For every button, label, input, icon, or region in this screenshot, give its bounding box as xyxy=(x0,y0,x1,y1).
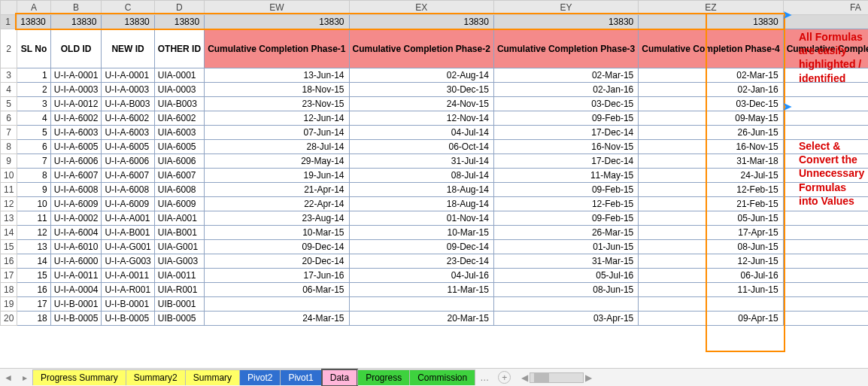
cell-17-A[interactable]: 15 xyxy=(17,269,50,283)
header-old-id[interactable]: OLD ID xyxy=(50,29,102,68)
cell-19-EZ[interactable] xyxy=(639,297,783,312)
cell-11-EX[interactable]: 18-Aug-14 xyxy=(349,183,493,197)
tab-summary2[interactable]: Summary2 xyxy=(126,369,186,385)
cell-16-EX[interactable]: 23-Dec-14 xyxy=(349,254,493,269)
header-p3[interactable]: Cumulative Completion Phase-3 xyxy=(493,29,638,68)
header-sl[interactable]: SL No xyxy=(17,29,50,68)
row-header-4[interactable]: 4 xyxy=(1,83,17,97)
cell-6-EW[interactable]: 12-Jun-14 xyxy=(205,111,349,126)
cell-16-EZ[interactable]: 12-Jun-15 xyxy=(639,254,783,269)
cell-6-B[interactable]: U-I-A-6002 xyxy=(50,111,102,126)
cell-5-FA[interactable]: 07-Dec-15 xyxy=(783,97,868,111)
cell-14-EY[interactable]: 26-Mar-15 xyxy=(493,226,638,240)
cell-3-EW[interactable]: 13-Jun-14 xyxy=(205,68,349,83)
cell-13-C[interactable]: U-I-A-A001 xyxy=(102,211,154,226)
cell-12-EW[interactable]: 22-Apr-14 xyxy=(205,197,349,211)
cell-11-B[interactable]: U-I-A-6008 xyxy=(50,183,102,197)
cell-9-EW[interactable]: 29-May-14 xyxy=(205,154,349,169)
cell-7-C[interactable]: U-I-A-6003 xyxy=(102,126,154,140)
cell-19-D[interactable]: UIB-0001 xyxy=(154,297,204,312)
cell-18-B[interactable]: U-I-A-0004 xyxy=(50,283,102,297)
cell-8-D[interactable]: UIA-6005 xyxy=(154,140,204,154)
cell-9-EY[interactable]: 17-Dec-14 xyxy=(493,154,638,169)
add-sheet-button[interactable]: + xyxy=(498,371,511,384)
cell-1-A[interactable]: 13830 xyxy=(17,15,50,29)
cell-6-C[interactable]: U-I-A-6002 xyxy=(102,111,154,126)
cell-16-D[interactable]: UIA-G003 xyxy=(154,254,204,269)
cell-3-C[interactable]: U-I-A-0001 xyxy=(102,68,154,83)
tab-data-active[interactable]: Data xyxy=(321,369,358,387)
row-header-1[interactable]: 1 xyxy=(1,15,17,29)
cell-17-EZ[interactable]: 06-Jul-16 xyxy=(639,269,783,283)
col-header-D[interactable]: D xyxy=(154,1,204,15)
cell-11-D[interactable]: UIA-6008 xyxy=(154,183,204,197)
row-header-14[interactable]: 14 xyxy=(1,226,17,240)
cell-13-EX[interactable]: 01-Nov-14 xyxy=(349,211,493,226)
cell-16-A[interactable]: 14 xyxy=(17,254,50,269)
col-header-C[interactable]: C xyxy=(102,1,154,15)
cell-17-B[interactable]: U-I-A-0011 xyxy=(50,269,102,283)
row-header-6[interactable]: 6 xyxy=(1,111,17,126)
cell-15-A[interactable]: 13 xyxy=(17,240,50,254)
cell-18-EY[interactable]: 08-Jun-15 xyxy=(493,283,638,297)
cell-4-EW[interactable]: 18-Nov-15 xyxy=(205,83,349,97)
cell-1-EW[interactable]: 13830 xyxy=(205,15,349,29)
cell-13-FA[interactable]: 24-Feb-15 xyxy=(783,211,868,226)
cell-19-EW[interactable] xyxy=(205,297,349,312)
cell-20-C[interactable]: U-I-B-0005 xyxy=(102,312,154,326)
tab-summary[interactable]: Summary xyxy=(185,369,240,385)
cell-10-B[interactable]: U-I-A-6007 xyxy=(50,169,102,183)
cell-18-EW[interactable]: 06-Mar-15 xyxy=(205,283,349,297)
cell-10-EY[interactable]: 11-May-15 xyxy=(493,169,638,183)
cell-15-D[interactable]: UIA-G001 xyxy=(154,240,204,254)
col-header-EW[interactable]: EW xyxy=(205,1,349,15)
cell-19-C[interactable]: U-I-B-0001 xyxy=(102,297,154,312)
cell-12-EZ[interactable]: 21-Feb-15 xyxy=(639,197,783,211)
tab-commission[interactable]: Commission xyxy=(409,369,475,385)
cell-12-B[interactable]: U-I-A-6009 xyxy=(50,197,102,211)
cell-19-EX[interactable] xyxy=(349,297,493,312)
cell-1-B[interactable]: 13830 xyxy=(50,15,102,29)
cell-5-B[interactable]: U-I-A-0012 xyxy=(50,97,102,111)
cell-11-EY[interactable]: 09-Feb-15 xyxy=(493,183,638,197)
row-header-3[interactable]: 3 xyxy=(1,68,17,83)
cell-4-B[interactable]: U-I-A-0003 xyxy=(50,83,102,97)
cell-10-EW[interactable]: 19-Jun-14 xyxy=(205,169,349,183)
cell-18-C[interactable]: U-I-A-R001 xyxy=(102,283,154,297)
cell-7-D[interactable]: UIA-6003 xyxy=(154,126,204,140)
cell-4-C[interactable]: U-I-A-0003 xyxy=(102,83,154,97)
cell-19-B[interactable]: U-I-B-0001 xyxy=(50,297,102,312)
row-header-7[interactable]: 7 xyxy=(1,126,17,140)
cell-8-C[interactable]: U-I-A-6005 xyxy=(102,140,154,154)
cell-17-EY[interactable]: 05-Jul-16 xyxy=(493,269,638,283)
cell-1-FA[interactable]: 13829 xyxy=(783,15,868,29)
cell-5-EX[interactable]: 24-Nov-15 xyxy=(349,97,493,111)
row-header-8[interactable]: 8 xyxy=(1,140,17,154)
cell-4-EX[interactable]: 30-Dec-15 xyxy=(349,83,493,97)
row-header-2[interactable]: 2 xyxy=(1,29,17,68)
tab-nav-first[interactable]: ◄ xyxy=(0,372,17,383)
col-header-B[interactable]: B xyxy=(50,1,102,15)
cell-10-C[interactable]: U-I-A-6007 xyxy=(102,169,154,183)
cell-18-A[interactable]: 16 xyxy=(17,283,50,297)
tab-progress[interactable]: Progress xyxy=(357,369,410,385)
cell-1-EX[interactable]: 13830 xyxy=(349,15,493,29)
header-p1[interactable]: Cumulative Completion Phase-1 xyxy=(205,29,349,68)
cell-12-EY[interactable]: 12-Feb-15 xyxy=(493,197,638,211)
col-header-EZ[interactable]: EZ xyxy=(639,1,783,15)
cell-18-FA[interactable]: 12-Jun-15 xyxy=(783,283,868,297)
cell-7-EW[interactable]: 07-Jun-14 xyxy=(205,126,349,140)
cell-17-FA[interactable]: 06-Jul-16 xyxy=(783,269,868,283)
cell-3-EX[interactable]: 02-Aug-14 xyxy=(349,68,493,83)
cell-1-D[interactable]: 13830 xyxy=(154,15,204,29)
cell-11-A[interactable]: 9 xyxy=(17,183,50,197)
cell-9-D[interactable]: UIA-6006 xyxy=(154,154,204,169)
row-header-11[interactable]: 11 xyxy=(1,183,17,197)
cell-8-A[interactable]: 6 xyxy=(17,140,50,154)
cell-9-B[interactable]: U-I-A-6006 xyxy=(50,154,102,169)
cell-9-A[interactable]: 7 xyxy=(17,154,50,169)
cell-8-EY[interactable]: 16-Nov-15 xyxy=(493,140,638,154)
cell-12-A[interactable]: 10 xyxy=(17,197,50,211)
cell-15-EX[interactable]: 09-Dec-14 xyxy=(349,240,493,254)
cell-12-C[interactable]: U-I-A-6009 xyxy=(102,197,154,211)
